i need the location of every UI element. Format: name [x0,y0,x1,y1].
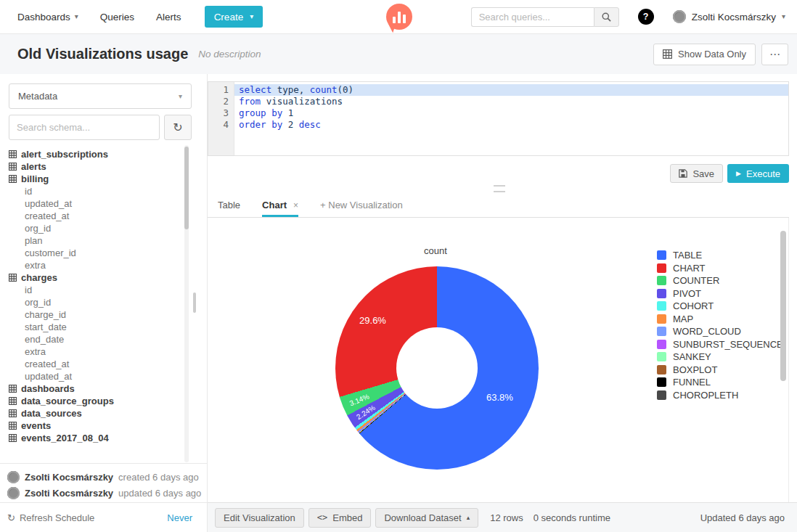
legend-item[interactable]: WORD_CLOUD [657,327,783,336]
code-line: group by 1 [234,107,788,119]
schema-table-item[interactable]: billing [9,173,183,185]
schema-item-label: events [21,420,51,431]
schema-column-item[interactable]: org_id [9,296,183,308]
legend-item[interactable]: CHART [657,263,783,273]
page-description[interactable]: No description [198,49,261,60]
schema-column-item[interactable]: plan [9,234,183,247]
schema-column-item[interactable]: created_at [9,358,183,370]
save-button[interactable]: Save [670,164,723,183]
nav-queries[interactable]: Queries [100,12,134,22]
sidebar-resize-handle[interactable] [193,292,196,313]
nav-dashboards[interactable]: Dashboards ▾ [17,12,78,22]
sql-keyword: select [239,84,271,95]
schema-table-item[interactable]: alert_subscriptions [9,148,183,160]
more-actions-button[interactable]: ⋯ [761,44,788,65]
legend-item[interactable]: COHORT [657,301,783,311]
schema-item-label: dashboards [21,383,75,394]
legend-swatch [657,301,666,311]
user-name[interactable]: Zsolti Kocsmárszky [25,472,113,483]
download-dataset-button[interactable]: Download Dataset ▴ [375,508,478,528]
redash-logo[interactable] [386,4,412,30]
schema-item-label: org_id [25,223,51,234]
show-data-only-button[interactable]: Show Data Only [653,44,756,65]
meta-action: updated 6 days ago [118,488,201,499]
tab-table[interactable]: Table [218,200,240,217]
new-visualization-tab[interactable]: + New Visualization [320,200,403,217]
schema-scrollbar-thumb[interactable] [184,147,189,229]
main-area: 1234 select type, count(0)from visualiza… [208,74,797,532]
line-number: 3 [208,107,229,119]
schema-column-item[interactable]: id [9,185,183,197]
schema-item-label: id [25,285,32,295]
schema-refresh-button[interactable]: ↻ [164,115,192,140]
schema-column-item[interactable]: start_date [9,321,183,333]
create-button[interactable]: Create ▾ [205,6,263,28]
schema-column-item[interactable]: customer_id [9,247,183,259]
schema-column-item[interactable]: created_at [9,210,183,222]
edit-visualization-button[interactable]: Edit Visualization [215,508,304,528]
schema-table-item[interactable]: charges [9,271,183,284]
user-name[interactable]: Zsolti Kocsmárszky [25,488,113,499]
editor-collapse-handle[interactable] [494,185,505,192]
schema-item-label: created_at [25,359,69,369]
chart-scrollbar-thumb[interactable] [780,231,786,381]
nav-alerts[interactable]: Alerts [156,12,181,22]
schema-column-item[interactable]: extra [9,345,183,358]
editor-code[interactable]: select type, count(0)from visualizations… [234,82,788,155]
schema-table-item[interactable]: alerts [9,160,183,173]
legend-swatch [657,289,666,298]
legend-item[interactable]: FUNNEL [657,377,783,387]
legend-item[interactable]: BOXPLOT [657,365,783,375]
data-source-select[interactable]: Metadata ▾ [9,83,192,109]
legend-item[interactable]: SUNBURST_SEQUENCE [657,340,783,349]
nav-right: ? Zsolti Kocsmárszky ▾ [471,7,785,27]
legend-item[interactable]: COUNTER [657,276,783,285]
schema-column-item[interactable]: end_date [9,333,183,345]
execute-button[interactable]: ▶ Execute [727,164,789,183]
table-icon [9,150,17,158]
queries-search-input[interactable] [471,7,594,27]
schema-table-item[interactable]: events_2017_08_04 [9,432,183,444]
schema-column-item[interactable]: id [9,284,183,296]
sql-text: visualizations [261,96,343,107]
top-nav: Dashboards ▾ Queries Alerts Create ▾ [0,0,797,34]
search-button[interactable] [594,7,619,27]
embed-button[interactable]: <> Embed [308,508,372,528]
help-button[interactable]: ? [638,9,654,25]
schema-table-item[interactable]: data_sources [9,407,183,420]
logo-bars-icon [393,12,406,23]
legend-item[interactable]: SANKEY [657,352,783,361]
legend-item[interactable]: MAP [657,314,783,324]
schema-column-item[interactable]: updated_at [9,370,183,382]
schema-column-item[interactable]: extra [9,259,183,271]
code-line: from visualizations [234,96,788,107]
sql-text: type, [271,84,310,95]
schema-column-item[interactable]: org_id [9,222,183,234]
play-icon: ▶ [736,171,741,177]
close-icon[interactable]: × [293,200,298,210]
embed-icon: <> [317,512,327,523]
schema-column-item[interactable]: updated_at [9,197,183,210]
donut-chart[interactable] [335,266,539,470]
tab-table-label: Table [218,200,240,210]
schema-column-item[interactable]: charge_id [9,308,183,321]
schema-search-input[interactable] [9,115,160,140]
schema-sidebar: Metadata ▾ ↻ alert_subscriptionsalertsbi… [0,74,208,532]
visualization-tabs: Table Chart × + New Visualization [208,195,789,218]
table-icon [9,163,17,171]
tab-chart-label: Chart [262,200,287,210]
execute-button-label: Execute [746,168,780,179]
legend-item[interactable]: TABLE [657,250,783,260]
schema-table-item[interactable]: data_source_groups [9,395,183,407]
refresh-schedule-link[interactable]: ↻ Refresh Schedule [7,512,94,523]
schema-table-item[interactable]: events [9,420,183,432]
legend-item[interactable]: PIVOT [657,289,783,298]
schema-item-label: end_date [25,334,64,345]
ellipsis-icon: ⋯ [769,48,780,61]
schema-table-item[interactable]: dashboards [9,382,183,395]
schedule-value-link[interactable]: Never [167,512,192,523]
user-menu[interactable]: Zsolti Kocsmárszky ▾ [673,10,785,23]
legend-item[interactable]: CHOROPLETH [657,390,783,400]
tab-chart[interactable]: Chart × [262,200,298,217]
schema-item-label: updated_at [25,198,72,209]
